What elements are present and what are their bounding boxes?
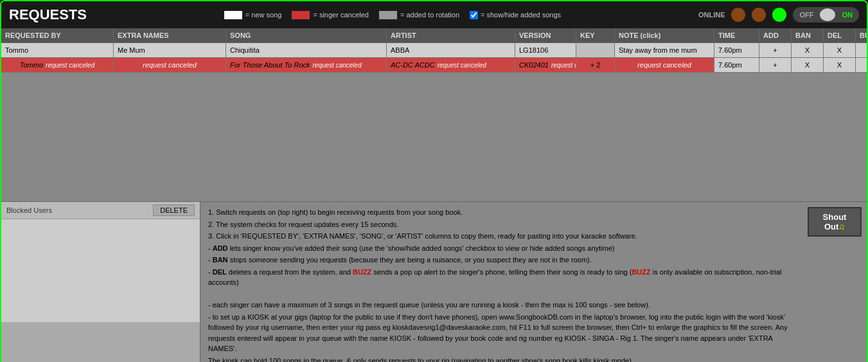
instruction-ban: - BAN stops someone sending you requests… <box>208 255 795 266</box>
col-extra-names: EXTRA NAMES <box>114 28 226 42</box>
header-right: ONLINE OFF ON <box>698 7 859 23</box>
indicator-dot-green <box>772 8 786 22</box>
shout-out-button[interactable]: Shout Out♫ <box>808 207 862 237</box>
instruction-kiosk-2: - to set up a KIOSK at your gigs (laptop… <box>208 312 795 354</box>
cell-key-1 <box>576 43 615 57</box>
legend-new-song: = new song <box>224 11 282 19</box>
toggle-knob <box>820 8 835 21</box>
cell-note-1[interactable]: Stay away from me mum <box>615 43 714 57</box>
legend-box-red <box>292 11 310 19</box>
cell-key-2: + 2 <box>576 58 615 72</box>
cell-requested-by-2[interactable]: Tommo request canceled <box>1 58 114 72</box>
col-note: NOTE (click) <box>615 28 714 42</box>
table-empty-area <box>1 73 867 201</box>
cell-add-2[interactable]: + <box>759 58 792 72</box>
show-hide-songs-label: = show/hide added songs <box>470 11 561 19</box>
col-del: DEL <box>824 28 856 42</box>
cell-ban-1[interactable]: X <box>792 43 824 57</box>
cell-del-2[interactable]: X <box>824 58 856 72</box>
bottom-section: Blocked Users DELETE 1. Switch requests … <box>1 201 867 362</box>
cell-ban-2[interactable]: X <box>792 58 824 72</box>
table-row: Tommo request canceled request canceled … <box>1 58 867 73</box>
legend-box-gray <box>379 11 397 19</box>
legend-added-to-rotation: = added to rotation <box>379 11 459 19</box>
toggle-on-label: ON <box>838 10 856 20</box>
legend-box-white <box>224 11 242 19</box>
table-body: Tommo Me Mum Chiquitita ABBA LG18106 Sta… <box>1 43 867 73</box>
blocked-users-panel: Blocked Users DELETE <box>1 202 200 362</box>
instructions-panel: 1. Switch requests on (top right) to beg… <box>200 202 802 362</box>
shout-out-panel: Shout Out♫ <box>802 202 867 362</box>
header: REQUESTS = new song = singer canceled = … <box>1 1 867 28</box>
legend-new-song-label: = new song <box>245 11 282 19</box>
cell-extra-names-2[interactable]: request canceled <box>114 58 226 72</box>
show-hide-songs-text: = show/hide added songs <box>481 11 561 19</box>
cell-note-2[interactable]: request canceled <box>615 58 714 72</box>
app-title: REQUESTS <box>9 6 87 23</box>
instruction-add: - ADD lets singer know you've added thei… <box>208 243 795 254</box>
cell-version-1: LG18106 <box>515 43 576 57</box>
instruction-2: 2. The system checks for request updates… <box>208 219 795 230</box>
instruction-3: 3. Click in 'REQUESTED BY', 'EXTRA NAMES… <box>208 231 795 242</box>
instruction-1: 1. Switch requests on (top right) to beg… <box>208 207 795 218</box>
col-artist: ARTIST <box>387 28 515 42</box>
toggle-off-label: OFF <box>795 10 817 20</box>
col-add: ADD <box>759 28 792 42</box>
col-key: KEY <box>576 28 615 42</box>
online-toggle[interactable]: OFF ON <box>793 7 859 23</box>
instruction-kiosk-3: The kiosk can hold 100 songs in the queu… <box>208 356 795 363</box>
cell-buzz-1[interactable]: >> <box>856 43 868 57</box>
cell-time-1: 7.60pm <box>714 43 759 57</box>
show-hide-songs-checkbox[interactable] <box>470 11 478 19</box>
table-row: Tommo Me Mum Chiquitita ABBA LG18106 Sta… <box>1 43 867 58</box>
cell-requested-by-1[interactable]: Tommo <box>1 43 114 57</box>
instruction-kiosk-1: - each singer can have a maximum of 3 so… <box>208 300 795 311</box>
blocked-users-label: Blocked Users <box>6 206 52 214</box>
cell-time-2: 7.60pm <box>714 58 759 72</box>
cell-artist-2[interactable]: AC-DC ACDC request canceled <box>387 58 515 72</box>
cell-buzz-2[interactable]: >> <box>856 58 868 72</box>
col-version: VERSION <box>515 28 576 42</box>
indicator-dot-2 <box>752 8 766 22</box>
col-ban: BAN <box>792 28 824 42</box>
cell-extra-names-1[interactable]: Me Mum <box>114 43 226 57</box>
blocked-users-header: Blocked Users DELETE <box>1 202 200 219</box>
blocked-users-list <box>1 219 200 322</box>
cell-del-1[interactable]: X <box>824 43 856 57</box>
legend-added-rotation-label: = added to rotation <box>400 11 459 19</box>
legend-singer-canceled: = singer canceled <box>292 11 369 19</box>
col-time: TIME <box>714 28 759 42</box>
cell-artist-1[interactable]: ABBA <box>387 43 515 57</box>
indicator-dot-1 <box>731 8 745 22</box>
cell-add-1[interactable]: + <box>759 43 792 57</box>
delete-button[interactable]: DELETE <box>153 204 195 216</box>
legend-area: = new song = singer canceled = added to … <box>224 11 561 19</box>
cell-song-2[interactable]: For Those About To Rock request canceled <box>226 58 387 72</box>
online-label: ONLINE <box>698 11 725 19</box>
col-requested-by: REQUESTED BY <box>1 28 114 42</box>
instruction-del-buzz: - DEL deletes a request from the system,… <box>208 267 795 288</box>
col-song: SONG <box>226 28 387 42</box>
table-header: REQUESTED BY EXTRA NAMES SONG ARTIST VER… <box>1 28 867 43</box>
music-note-icon: ♫ <box>838 222 845 231</box>
col-buzz: BUZZ <box>856 28 868 42</box>
main-container: REQUESTS = new song = singer canceled = … <box>0 0 868 362</box>
legend-singer-canceled-label: = singer canceled <box>313 11 369 19</box>
cell-song-1[interactable]: Chiquitita <box>226 43 387 57</box>
cell-version-2: CK02401 request canceled <box>515 58 576 72</box>
